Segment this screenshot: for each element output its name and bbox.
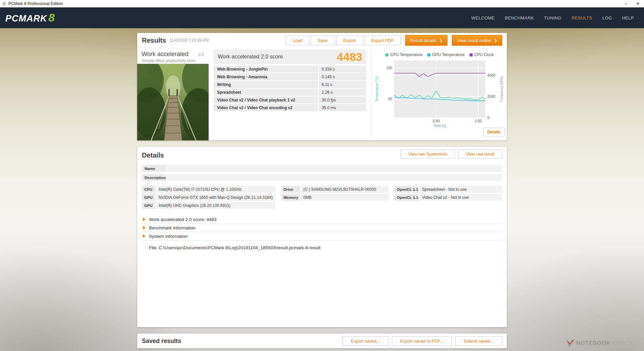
score-label: Work accelerated 2.0 score	[218, 54, 283, 60]
legend-item: CPU Clock	[470, 52, 494, 57]
save-button[interactable]: Save	[311, 36, 335, 45]
spec-grid: CPUIntel(R) Core(TM) i7-10710U CPU @ 1.1…	[142, 186, 502, 210]
results-header-buttons: Load Save Export Export PDF Result detai…	[286, 35, 502, 46]
jungle-bridge-photo	[137, 64, 209, 140]
notebookcheck-logo-icon	[566, 340, 574, 347]
view-result-online-label: View result online	[457, 38, 491, 43]
result-name-field[interactable]	[167, 165, 502, 172]
view-raw-systeminfo-button[interactable]: View raw SystemInfo	[400, 149, 455, 159]
window-title: PCMark 8 Professional Edition	[8, 1, 63, 6]
nav-item-help[interactable]: HELP	[618, 13, 638, 23]
spec-column: Drive(C:) SAMSUNG MZVLB1T0HALR-00000Memo…	[281, 186, 389, 210]
expander-row[interactable]: System information	[142, 232, 502, 240]
metric-name: Writing	[214, 81, 318, 88]
nav-item-benchmark[interactable]: BENCHMARK	[501, 13, 538, 23]
window-controls: – ✕	[620, 0, 644, 7]
svg-text:1:00: 1:00	[475, 119, 482, 123]
legend-label: CPU Clock	[474, 52, 494, 57]
export-saved-to-pdf-button[interactable]: Export saved to PDF...	[392, 336, 452, 346]
minimize-button[interactable]: –	[620, 0, 632, 7]
metric-row: Video Chat v2 / Video Chat encoding v235…	[214, 104, 366, 111]
test-subtitle: Simple office productivity tests	[137, 58, 209, 63]
details-header-buttons: View raw SystemInfo View raw result	[400, 149, 502, 159]
view-result-online-button[interactable]: View result online ❯	[452, 35, 502, 46]
spec-value: Spreadsheet - Not in use	[419, 186, 502, 193]
load-button[interactable]: Load	[286, 36, 310, 45]
metric-row: Web Browsing - Amazonia0.145 s	[214, 73, 366, 80]
metric-row: Writing6.11 s	[214, 81, 366, 88]
close-button[interactable]: ✕	[632, 0, 644, 7]
description-row: Description	[142, 174, 502, 181]
name-label: Name	[142, 165, 166, 172]
expand-arrow-icon[interactable]	[143, 226, 146, 229]
score-column: Work accelerated 2.0 score 4483 Web Brow…	[214, 48, 366, 140]
spec-column: OpenCL 1.1Spreadsheet - Not in useOpenCL…	[394, 186, 502, 210]
test-version: 2.0	[198, 52, 204, 57]
expand-arrow-icon[interactable]	[143, 234, 146, 238]
description-label: Description	[142, 174, 166, 181]
spec-row: CPUIntel(R) Core(TM) i7-10710U CPU @ 1.1…	[142, 186, 275, 193]
export-pdf-button[interactable]: Export PDF	[364, 36, 401, 45]
spec-label: GPU	[142, 194, 155, 201]
performance-chart: 501000200040000:301:00Time [s]Temperatur…	[373, 58, 507, 129]
name-row: Name	[142, 165, 502, 172]
spec-label: Drive	[281, 186, 300, 193]
notebookcheck-watermark: NOTEBOOKCHECK	[566, 340, 633, 347]
app-icon	[2, 2, 6, 6]
expander-label: Work accelerated 2.0 score: 4483	[149, 217, 217, 222]
legend-item: GPU Temperature	[427, 52, 465, 57]
spec-row: Drive(C:) SAMSUNG MZVLB1T0HALR-00000	[281, 186, 389, 193]
score-value: 4483	[337, 50, 362, 63]
expander-row[interactable]: Work accelerated 2.0 score: 4483	[142, 215, 502, 224]
legend-swatch	[385, 53, 388, 56]
view-raw-result-button[interactable]: View raw result	[458, 149, 502, 159]
result-details-button[interactable]: Result details ❯	[405, 35, 447, 46]
spec-value: Intel(R) Core(TM) i7-10710U CPU @ 1.10GH…	[156, 186, 275, 193]
metric-value: 2.26 s	[319, 89, 366, 96]
spec-value: Intel(R) UHD Graphics (26.20.100.6911)	[156, 202, 275, 209]
spec-row: GPUNVIDIA GeForce GTX 1650 with Max-Q De…	[142, 194, 275, 201]
expander-row[interactable]: Benchmark information	[142, 224, 502, 232]
submit-saved-button[interactable]: Submit saved...	[455, 336, 502, 346]
spec-row: OpenCL 1.1Spreadsheet - Not in use	[394, 186, 502, 193]
result-description-field[interactable]	[167, 174, 502, 181]
metric-row: Spreadsheet2.26 s	[214, 89, 366, 96]
svg-text:0:30: 0:30	[433, 119, 440, 123]
spec-label: Memory	[281, 194, 300, 201]
nav-item-welcome[interactable]: WELCOME	[467, 13, 499, 23]
svg-text:4000: 4000	[487, 73, 495, 77]
logo-number: 8	[49, 12, 55, 23]
expand-arrow-icon[interactable]	[143, 218, 146, 221]
nav-item-log[interactable]: LOG	[598, 13, 616, 23]
nav-item-tuning[interactable]: TUNING	[540, 13, 566, 23]
saved-results-title: Saved results	[142, 338, 181, 345]
nav-items: WELCOMEBENCHMARKTUNINGRESULTSLOGHELP	[467, 13, 638, 23]
chevron-right-icon: ❯	[439, 39, 442, 42]
legend-swatch	[427, 53, 430, 56]
expander-list: Work accelerated 2.0 score: 4483Benchmar…	[142, 215, 502, 240]
export-saved-button[interactable]: Export saved...	[342, 336, 388, 346]
results-title: Results	[142, 37, 166, 44]
svg-text:2000: 2000	[487, 94, 495, 98]
export-button[interactable]: Export	[336, 36, 363, 45]
metric-name: Video Chat v2 / Video Chat encoding v2	[214, 104, 318, 111]
details-title: Details	[142, 149, 164, 159]
expander-label: Benchmark information	[149, 225, 196, 230]
spec-label: CPU	[142, 186, 155, 193]
nav-item-results[interactable]: RESULTS	[568, 13, 596, 23]
page-background: Results 11/4/2019 7:20:39 PM Load Save E…	[0, 28, 644, 351]
result-details-label: Result details	[410, 38, 436, 43]
chart-details-button[interactable]: Details	[483, 128, 505, 136]
spec-value: NVIDIA GeForce GTX 1650 with Max-Q Desig…	[156, 194, 275, 201]
spec-value: (C:) SAMSUNG MZVLB1T0HALR-00000	[301, 186, 389, 193]
saved-results-panel: Saved results Export saved...Export save…	[137, 334, 507, 348]
test-name: Work accelerated	[142, 51, 189, 58]
results-body: Work accelerated 2.0 Simple office produ…	[137, 48, 507, 140]
svg-text:Frequency [MHz]: Frequency [MHz]	[500, 76, 503, 102]
test-summary-column: Work accelerated 2.0 Simple office produ…	[137, 48, 209, 140]
watermark-notebook: NOTEBOOK	[576, 340, 610, 347]
metric-value: 0.145 s	[319, 73, 366, 80]
chart-legend: CPU TemperatureGPU TemperatureCPU Clock	[373, 52, 507, 57]
spec-column: CPUIntel(R) Core(TM) i7-10710U CPU @ 1.1…	[142, 186, 275, 210]
legend-item: CPU Temperature	[385, 52, 422, 57]
